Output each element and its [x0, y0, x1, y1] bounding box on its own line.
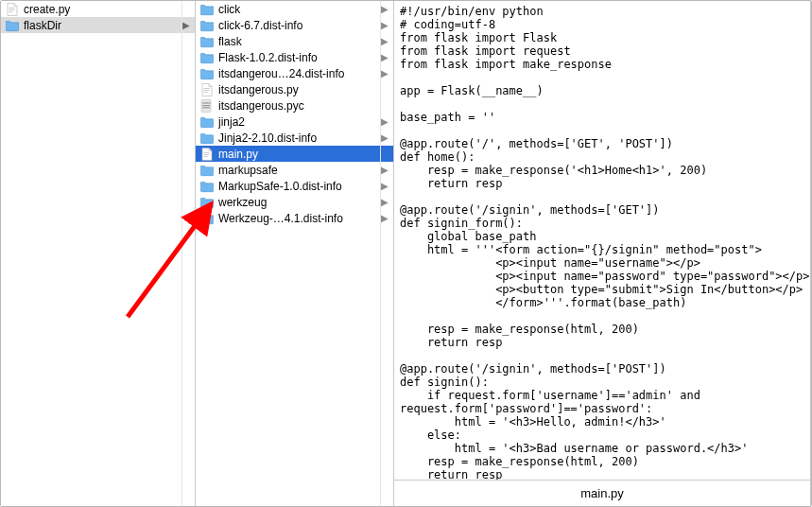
- folder-icon: [199, 34, 215, 49]
- scrollbar[interactable]: [380, 1, 393, 506]
- list-item[interactable]: flask▶: [196, 33, 393, 49]
- folder-icon: [199, 18, 215, 33]
- list-item[interactable]: markupsafe▶: [196, 162, 393, 178]
- list-item[interactable]: Werkzeug-…4.1.dist-info▶: [196, 210, 393, 226]
- svg-rect-12: [204, 156, 208, 157]
- svg-rect-2: [9, 11, 13, 12]
- list-item[interactable]: click▶: [196, 1, 393, 17]
- svg-rect-5: [204, 92, 208, 93]
- list-item[interactable]: execitsdangerous.pyc: [196, 97, 393, 114]
- item-label: flaskDir: [24, 19, 181, 32]
- list-item[interactable]: Jinja2-2.10.dist-info▶: [196, 130, 393, 146]
- folder-icon: [199, 66, 215, 81]
- list-item[interactable]: itsdangerou…24.dist-info▶: [196, 65, 393, 81]
- item-label: MarkupSafe-1.0.dist-info: [218, 180, 380, 193]
- folder-icon: [199, 131, 215, 146]
- document-icon: [199, 82, 215, 97]
- item-label: flask: [218, 35, 380, 48]
- file-contents: #!/usr/bin/env python # coding=utf-8 fro…: [396, 3, 808, 480]
- item-label: markupsafe: [218, 164, 380, 177]
- item-label: main.py: [218, 148, 389, 161]
- svg-text:exec: exec: [202, 100, 210, 105]
- column-1: create.pyflaskDir▶: [1, 1, 196, 506]
- list-item[interactable]: itsdangerous.py: [196, 81, 393, 97]
- list-item[interactable]: Flask-1.0.2.dist-info▶: [196, 49, 393, 65]
- item-label: jinja2: [218, 115, 380, 129]
- folder-icon: [199, 2, 215, 17]
- folder-icon: [199, 50, 215, 65]
- folder-icon: [5, 18, 20, 33]
- column-2: click▶click-6.7.dist-info▶flask▶Flask-1.…: [196, 1, 394, 506]
- item-label: itsdangerous.py: [218, 83, 389, 96]
- item-label: create.py: [24, 3, 191, 16]
- list-item[interactable]: main.py: [196, 146, 393, 162]
- item-label: click: [218, 3, 380, 16]
- column-2-list: click▶click-6.7.dist-info▶flask▶Flask-1.…: [196, 1, 393, 226]
- svg-rect-7: [202, 105, 210, 106]
- svg-rect-1: [9, 9, 15, 10]
- item-label: click-6.7.dist-info: [218, 19, 380, 32]
- folder-icon: [199, 163, 215, 178]
- svg-rect-3: [204, 88, 210, 89]
- folder-icon: [199, 179, 215, 194]
- item-label: Jinja2-2.10.dist-info: [218, 131, 380, 145]
- folder-icon: [199, 211, 215, 226]
- list-item[interactable]: create.py: [1, 1, 195, 17]
- item-label: Werkzeug-…4.1.dist-info: [218, 212, 380, 225]
- file-preview[interactable]: #!/usr/bin/env python # coding=utf-8 fro…: [394, 1, 810, 480]
- item-label: Flask-1.0.2.dist-info: [218, 51, 380, 64]
- preview-column: #!/usr/bin/env python # coding=utf-8 fro…: [394, 1, 811, 506]
- item-label: itsdangerou…24.dist-info: [218, 67, 380, 80]
- svg-rect-0: [9, 8, 15, 9]
- svg-rect-8: [202, 107, 210, 108]
- list-item[interactable]: click-6.7.dist-info▶: [196, 17, 393, 33]
- svg-rect-10: [204, 152, 210, 153]
- preview-filename: main.py: [580, 486, 624, 500]
- folder-icon: [199, 195, 215, 210]
- scrollbar[interactable]: [181, 1, 195, 506]
- document-icon: [199, 147, 215, 162]
- item-label: itsdangerous.pyc: [218, 99, 389, 113]
- document-icon: [5, 2, 20, 17]
- list-item[interactable]: MarkupSafe-1.0.dist-info▶: [196, 178, 393, 194]
- svg-rect-11: [204, 154, 210, 155]
- list-item[interactable]: jinja2▶: [196, 114, 393, 130]
- list-item[interactable]: flaskDir▶: [1, 17, 195, 33]
- svg-rect-4: [204, 90, 210, 91]
- folder-icon: [199, 114, 215, 130]
- list-item[interactable]: werkzeug▶: [196, 194, 393, 210]
- compiled-file-icon: exec: [199, 98, 215, 114]
- column-1-list: create.pyflaskDir▶: [1, 1, 195, 33]
- preview-filename-bar: main.py: [394, 480, 810, 506]
- item-label: werkzeug: [218, 196, 380, 209]
- finder-window: create.pyflaskDir▶ click▶click-6.7.dist-…: [0, 0, 812, 507]
